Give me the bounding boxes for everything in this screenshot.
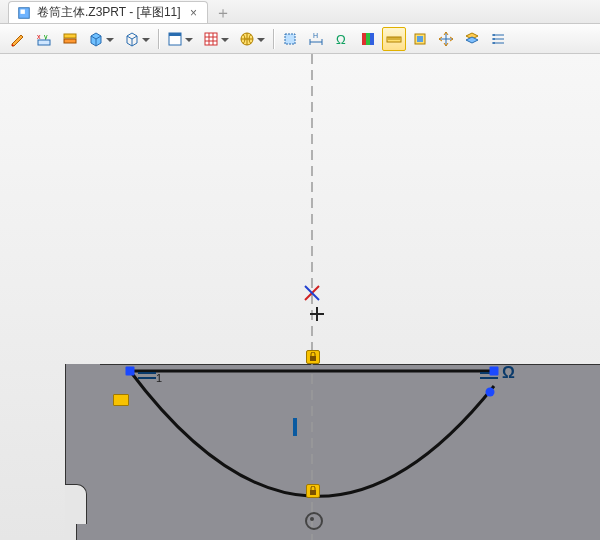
grid-icon xyxy=(203,31,219,47)
tab-title: 卷筒主体.Z3PRT - [草图11] xyxy=(37,4,181,21)
tool-pencil-button[interactable] xyxy=(6,27,30,51)
svg-rect-9 xyxy=(205,33,217,45)
layers-icon xyxy=(62,31,78,47)
xy-plane-icon: xy xyxy=(36,31,52,47)
pencil-icon xyxy=(10,31,26,47)
tool-layers-button[interactable] xyxy=(58,27,82,51)
tool-dim-h-button[interactable]: H xyxy=(304,27,328,51)
part-solid-notch xyxy=(65,484,87,524)
svg-text:x: x xyxy=(37,33,41,40)
sketch-canvas[interactable]: 1Ω xyxy=(0,54,600,540)
tool-cube-button[interactable] xyxy=(84,27,118,51)
svg-line-25 xyxy=(305,286,319,300)
tool-move-3d-button[interactable] xyxy=(434,27,458,51)
horizontal-constraint-icon[interactable] xyxy=(138,370,156,380)
svg-point-22 xyxy=(493,42,495,44)
document-tab[interactable]: 卷筒主体.Z3PRT - [草图11] × xyxy=(8,1,208,23)
stack-icon xyxy=(464,31,480,47)
part-doc-icon xyxy=(17,6,31,20)
part-solid-left xyxy=(65,524,77,540)
close-icon[interactable]: × xyxy=(187,6,201,20)
cube-wire-icon xyxy=(124,31,140,47)
svg-rect-11 xyxy=(285,34,295,44)
toolbar-separator xyxy=(156,27,161,51)
new-tab-button[interactable]: ＋ xyxy=(212,3,234,23)
svg-rect-5 xyxy=(64,34,76,38)
lock-constraint-icon[interactable] xyxy=(306,484,320,498)
dim-grid-icon xyxy=(490,31,506,47)
svg-text:H: H xyxy=(313,32,318,39)
move-3d-icon xyxy=(438,31,454,47)
svg-point-21 xyxy=(493,38,495,40)
tangent-constraint-icon[interactable]: Ω xyxy=(502,364,515,382)
lock-constraint-icon[interactable] xyxy=(306,350,320,364)
tool-cube-wire-button[interactable] xyxy=(120,27,154,51)
svg-rect-14 xyxy=(362,33,366,45)
svg-line-26 xyxy=(305,286,319,300)
tool-omega-button[interactable]: Ω xyxy=(330,27,354,51)
tool-dim-grid-button[interactable] xyxy=(486,27,510,51)
part-solid-body xyxy=(65,364,600,540)
toolbar-separator xyxy=(271,27,276,51)
tool-window-button[interactable] xyxy=(163,27,197,51)
dim-h-icon: H xyxy=(308,31,324,47)
globe-icon xyxy=(239,31,255,47)
arc-center-icon[interactable] xyxy=(303,510,321,528)
vertical-tick-icon xyxy=(293,418,297,436)
cube-icon xyxy=(88,31,104,47)
rect-sel-icon xyxy=(282,31,298,47)
sketch-point[interactable] xyxy=(126,367,135,376)
tool-rect-sel-button[interactable] xyxy=(278,27,302,51)
tool-block-y-button[interactable] xyxy=(408,27,432,51)
sketch-point[interactable] xyxy=(490,367,499,376)
sketch-point[interactable] xyxy=(486,388,495,397)
part-solid-step xyxy=(65,364,100,484)
tool-stack-button[interactable] xyxy=(460,27,484,51)
tool-ruler-button[interactable] xyxy=(382,27,406,51)
svg-rect-8 xyxy=(169,33,181,36)
window-icon xyxy=(167,31,183,47)
svg-point-20 xyxy=(493,34,495,36)
svg-rect-6 xyxy=(64,39,76,43)
svg-rect-15 xyxy=(366,33,370,45)
ruler-icon xyxy=(386,31,402,47)
omega-icon: Ω xyxy=(334,31,350,47)
svg-rect-4 xyxy=(38,40,50,45)
block-y-icon xyxy=(412,31,428,47)
palette-icon xyxy=(360,31,376,47)
tab-bar: 卷筒主体.Z3PRT - [草图11] × ＋ xyxy=(0,0,600,24)
svg-rect-28 xyxy=(310,490,316,495)
svg-rect-27 xyxy=(310,356,316,361)
tool-globe-button[interactable] xyxy=(235,27,269,51)
origin-plus-icon xyxy=(310,307,324,321)
svg-rect-1 xyxy=(21,9,25,13)
svg-rect-16 xyxy=(370,33,374,45)
svg-rect-19 xyxy=(417,36,423,42)
tool-palette-button[interactable] xyxy=(356,27,380,51)
constraint-badge-icon[interactable] xyxy=(113,394,129,406)
tool-grid-button[interactable] xyxy=(199,27,233,51)
tool-xy-plane-button[interactable]: xy xyxy=(32,27,56,51)
sketch-index-label: 1 xyxy=(156,372,162,384)
svg-text:Ω: Ω xyxy=(336,32,346,47)
toolbar: xyHΩ xyxy=(0,24,600,54)
